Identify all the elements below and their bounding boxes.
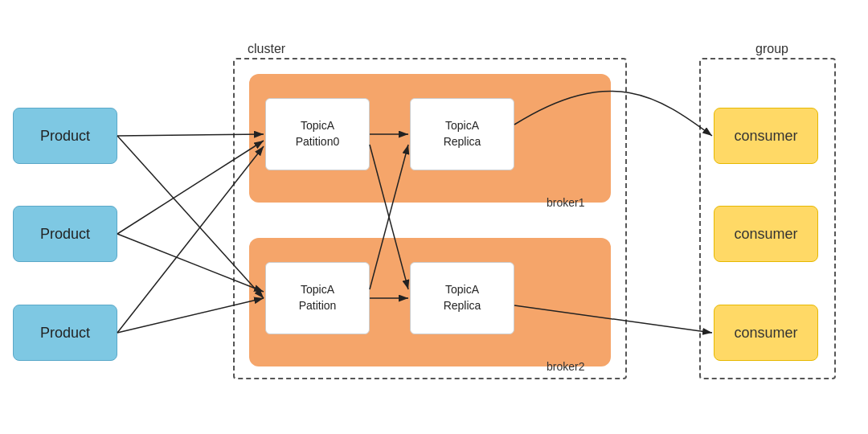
consumer-2: consumer	[714, 206, 818, 262]
broker2-partition: TopicAPatition	[265, 262, 370, 334]
consumer-3: consumer	[714, 305, 818, 361]
producer-3: Product	[13, 305, 117, 361]
broker1-partition: TopicAPatition0	[265, 98, 370, 170]
group-label: group	[755, 42, 788, 56]
broker2-label: broker2	[547, 360, 584, 373]
broker1-replica: TopicAReplica	[410, 98, 514, 170]
consumer-1: consumer	[714, 108, 818, 164]
diagram: cluster group broker1 broker2 Product Pr…	[0, 0, 868, 434]
broker1-label: broker1	[547, 196, 584, 209]
producer-1: Product	[13, 108, 117, 164]
producer-2: Product	[13, 206, 117, 262]
broker2-replica: TopicAReplica	[410, 262, 514, 334]
cluster-label: cluster	[248, 42, 285, 56]
